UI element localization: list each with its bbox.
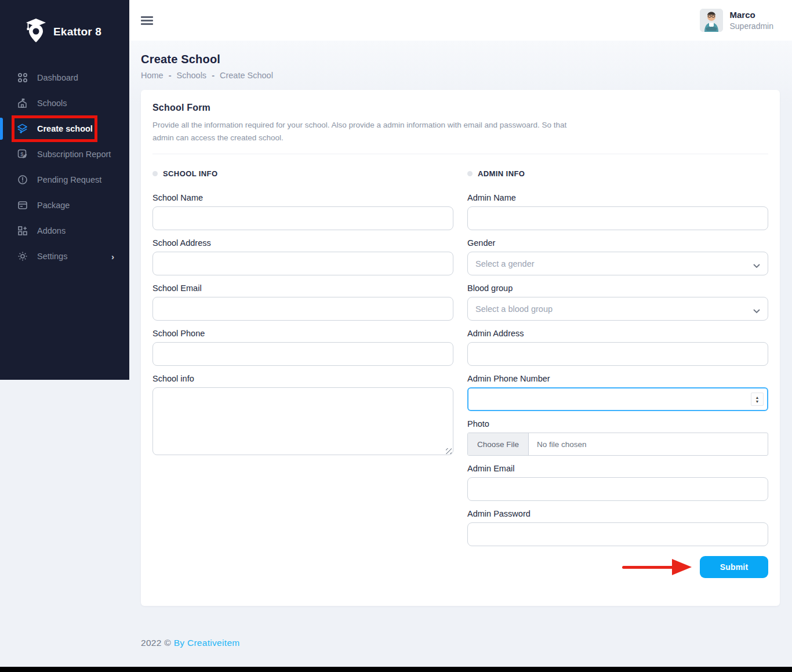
brand-logo[interactable]: Ekattor 8 <box>0 0 129 46</box>
school-email-label: School Email <box>152 284 453 293</box>
form-body: SCHOOL INFO School Name School Address S… <box>141 154 780 591</box>
field-school-name: School Name <box>152 193 453 230</box>
school-name-label: School Name <box>152 193 453 202</box>
school-building-icon <box>17 98 28 109</box>
field-admin-email: Admin Email <box>467 464 768 501</box>
gear-icon <box>17 251 28 262</box>
blood-group-select[interactable]: Select a blood group <box>467 297 768 321</box>
chevron-down-icon <box>753 260 760 271</box>
school-phone-label: School Phone <box>152 329 453 338</box>
choose-file-button[interactable]: Choose File <box>468 433 529 455</box>
sidebar-item-label: Addons <box>37 226 66 235</box>
field-admin-name: Admin Name <box>467 193 768 230</box>
package-card-icon <box>17 200 28 211</box>
gender-select[interactable]: Select a gender <box>467 252 768 275</box>
sidebar-item-dashboard[interactable]: Dashboard <box>0 65 129 90</box>
sidebar-item-addons[interactable]: Addons <box>0 218 129 244</box>
admin-email-input[interactable] <box>467 477 768 501</box>
form-title: School Form <box>152 103 768 113</box>
school-address-label: School Address <box>152 238 453 248</box>
submit-button[interactable]: Submit <box>700 556 768 578</box>
addons-grid-plus-icon <box>17 226 28 237</box>
sidebar-item-label: Create school <box>37 124 93 133</box>
sidebar-item-pending-request[interactable]: Pending Request <box>0 167 129 192</box>
school-form-card: School Form Provide all the information … <box>141 90 780 606</box>
sidebar-nav: Dashboard Schools <box>0 65 129 269</box>
breadcrumb-separator: - <box>212 71 215 80</box>
photo-label: Photo <box>467 419 768 428</box>
section-title: SCHOOL INFO <box>163 169 217 178</box>
graduation-pin-logo-icon <box>24 17 48 46</box>
field-admin-phone: Admin Phone Number ▲▼ <box>467 374 768 411</box>
school-info-section-head: SCHOOL INFO <box>152 169 453 178</box>
create-school-layers-icon <box>17 123 28 135</box>
sidebar-item-schools[interactable]: Schools <box>0 90 129 116</box>
chevron-right-icon: › <box>111 252 114 261</box>
pending-alert-icon <box>17 175 28 186</box>
school-name-input[interactable] <box>152 206 453 230</box>
number-spinner-icon[interactable]: ▲▼ <box>751 393 764 406</box>
sidebar-item-label: Settings <box>37 252 67 261</box>
sidebar: Ekattor 8 Dashboard <box>0 0 129 380</box>
red-arrow-annotation <box>622 556 693 578</box>
admin-address-input[interactable] <box>467 342 768 366</box>
breadcrumb-separator: - <box>169 71 172 80</box>
field-gender: Gender Select a gender <box>467 238 768 275</box>
breadcrumb: Home - Schools - Create School <box>141 71 273 80</box>
gender-label: Gender <box>467 238 768 248</box>
user-menu[interactable]: Marco Superadmin <box>700 9 774 32</box>
resize-grip[interactable] <box>446 448 452 454</box>
breadcrumb-schools[interactable]: Schools <box>177 71 207 80</box>
school-email-input[interactable] <box>152 297 453 321</box>
admin-name-input[interactable] <box>467 206 768 230</box>
svg-text:$: $ <box>20 151 24 157</box>
form-description: Provide all the information required for… <box>152 119 570 144</box>
section-bullet-icon <box>467 171 473 176</box>
field-photo: Photo Choose File No file chosen <box>467 419 768 456</box>
sidebar-item-settings[interactable]: Settings › <box>0 244 129 269</box>
admin-info-column: ADMIN INFO Admin Name Gender Select a ge… <box>467 166 768 579</box>
screen: Ekattor 8 Dashboard <box>0 0 792 672</box>
school-address-input[interactable] <box>152 252 453 275</box>
photo-file-input[interactable]: Choose File No file chosen <box>467 433 768 456</box>
footer-year: 2022 © <box>141 638 171 648</box>
field-school-info: School info <box>152 374 453 457</box>
sidebar-item-subscription-report[interactable]: $ Subscription Report <box>0 141 129 167</box>
footer-creativeitem-link[interactable]: By Creativeitem <box>174 638 240 648</box>
field-admin-password: Admin Password <box>467 509 768 546</box>
field-school-address: School Address <box>152 238 453 275</box>
main-content: Create School Home - Schools - Create Sc… <box>129 41 792 667</box>
sidebar-item-package[interactable]: Package <box>0 192 129 218</box>
sidebar-item-label: Dashboard <box>37 73 78 82</box>
avatar <box>700 9 723 32</box>
school-phone-input[interactable] <box>152 342 453 366</box>
topbar: Marco Superadmin <box>129 0 792 41</box>
field-school-phone: School Phone <box>152 329 453 366</box>
subscription-dollar-icon: $ <box>17 149 28 160</box>
footer: 2022 © By Creativeitem <box>141 638 240 648</box>
user-info: Marco Superadmin <box>730 9 774 31</box>
chevron-down-icon <box>753 306 760 316</box>
gender-select-value: Select a gender <box>475 259 535 268</box>
admin-password-input[interactable] <box>467 522 768 546</box>
field-blood-group: Blood group Select a blood group <box>467 284 768 321</box>
user-name: Marco <box>730 9 774 21</box>
page-title: Create School <box>141 53 220 66</box>
sidebar-item-label: Package <box>37 201 70 210</box>
admin-phone-input[interactable] <box>467 387 768 411</box>
sidebar-item-label: Subscription Report <box>37 150 111 159</box>
admin-email-label: Admin Email <box>467 464 768 473</box>
sidebar-item-create-school[interactable]: Create school <box>0 116 129 141</box>
active-item-indicator <box>0 118 3 140</box>
admin-name-label: Admin Name <box>467 193 768 202</box>
hamburger-menu-icon[interactable] <box>141 16 153 25</box>
sidebar-item-label: Schools <box>37 99 67 108</box>
card-head: School Form Provide all the information … <box>141 90 780 154</box>
admin-address-label: Admin Address <box>467 329 768 338</box>
dashboard-grid-icon <box>17 72 28 83</box>
breadcrumb-current: Create School <box>220 71 273 80</box>
school-info-textarea[interactable] <box>152 387 453 455</box>
field-admin-address: Admin Address <box>467 329 768 366</box>
blood-group-select-value: Select a blood group <box>475 304 553 314</box>
breadcrumb-home[interactable]: Home <box>141 71 164 80</box>
